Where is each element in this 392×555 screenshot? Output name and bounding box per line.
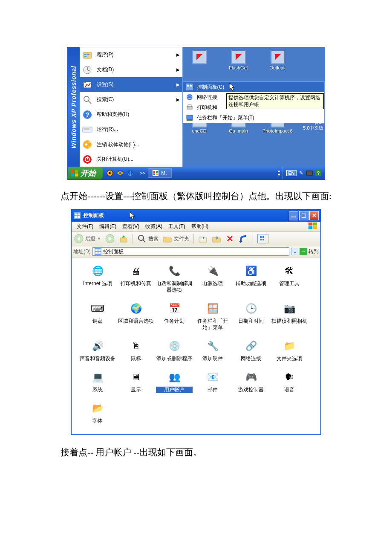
up-button[interactable] [119,234,128,243]
minimize-button[interactable] [289,211,298,220]
svg-rect-47 [156,171,158,173]
control-panel-item-icon: ♿ [243,263,259,279]
address-field[interactable]: 控制面板 [92,247,289,256]
svg-rect-2 [87,54,89,55]
control-panel-item[interactable]: 🗣语音 [271,370,308,393]
svg-rect-32 [187,115,193,119]
control-panel-item[interactable]: 🔗网络连接 [233,338,269,362]
close-button[interactable]: ✕ [309,211,319,220]
taskbar-scroll[interactable]: ▲▼ [275,169,282,177]
pen-icon[interactable]: ✎ [299,170,303,176]
control-panel-item[interactable]: 🔊声音和音频设备 [79,338,116,362]
quick-launch-chevron[interactable]: >> [138,171,148,176]
settings-submenu-label: 网络连接 [197,94,217,101]
control-panel-item[interactable]: 🌍区域和语言选项 [118,301,154,331]
control-panel-item-icon: 🖥 [128,370,144,385]
control-panel-item[interactable]: 🪟任务栏和「开始」菜单 [194,301,231,331]
menu-item[interactable]: 工具(T) [166,222,187,231]
keyboard-tray-icon[interactable] [306,171,313,176]
language-indicator[interactable]: EN [286,170,296,176]
control-panel-item[interactable]: 🎮游戏控制器 [233,370,269,393]
address-dropdown[interactable]: ⌄ [291,248,298,255]
maximize-button[interactable] [299,211,308,220]
control-panel-item[interactable]: 👥用户帐户 [156,370,193,393]
control-panel-item[interactable]: 📧邮件 [194,370,231,393]
ie-icon[interactable] [116,169,124,177]
control-panel-item-label: 电话和调制解调器选项 [156,280,193,293]
go-button[interactable]: → 转到 [300,248,319,255]
control-panel-item-icon: 📧 [205,370,220,385]
start-menu-item[interactable]: 搜索(C)▶ [80,92,182,107]
start-button[interactable]: 开始 [68,167,103,179]
svg-rect-55 [75,214,77,215]
control-panel-item-label: 声音和音频设备 [79,356,116,362]
settings-submenu-item[interactable]: 控制面板(C) [183,82,324,92]
svg-rect-57 [75,216,77,218]
control-panel-item-icon: 🖱 [128,338,144,354]
control-panel-item[interactable]: 💻系统 [79,370,116,393]
control-panel-body: 🌐Internet 选项🖨打印机和传真📞电话和调制解调器选项🔌电源选项♿辅助功能… [72,257,320,434]
start-menu-item[interactable]: 关闭计算机(U)... [80,152,182,167]
submenu-arrow-icon: ▶ [176,82,180,87]
start-menu-item[interactable]: 文档(D)▶ [80,62,182,77]
svg-text:⚓: ⚓ [127,170,133,176]
control-panel-item[interactable]: 📂字体 [79,401,116,424]
menu-item[interactable]: 编辑(E) [97,222,119,231]
control-panel-item[interactable]: 🔌电源选项 [194,263,231,293]
quick-launch: ⚓ [103,169,138,177]
anchor-icon[interactable]: ⚓ [127,169,134,177]
desktop-shortcut[interactable]: Outlook [262,50,294,70]
views-button[interactable] [257,234,268,243]
control-panel-item-label: 日期和时间 [233,318,269,324]
svg-point-28 [187,94,193,100]
run-icon [82,124,92,135]
control-panel-item[interactable]: 🔧添加硬件 [194,338,231,362]
media-player-icon[interactable] [106,169,114,177]
delete-icon[interactable]: ✕ [225,234,235,243]
start-menu-item[interactable]: ?帮助和支持(H) [80,107,182,122]
control-panel-item-icon: 📷 [282,301,297,316]
control-panel-item-icon: 🎮 [243,370,259,385]
back-button[interactable]: 后退 ▼ [74,234,101,243]
svg-rect-78 [98,249,101,251]
start-menu-item[interactable]: 程序(P)▶ [80,47,182,62]
menu-item[interactable]: 查看(V) [120,222,142,231]
control-panel-item[interactable]: ♿辅助功能选项 [233,263,269,293]
taskbar-app-button[interactable]: M. [148,168,171,178]
start-menu-item[interactable]: 运行(R)... [80,122,182,137]
chevron-down-icon: ▼ [97,237,101,241]
window-titlebar[interactable]: 控制面板 ✕ [72,210,320,222]
search-button[interactable]: 搜索 [137,234,159,243]
help-tray-icon[interactable]: ? [315,170,321,176]
control-panel-item[interactable]: 🛠管理工具 [271,263,308,293]
control-panel-item[interactable]: 💿添加或删除程序 [156,338,193,362]
control-panel-item[interactable]: 🖥显示 [118,370,154,393]
desktop-shortcut[interactable]: FlashGet [223,50,254,70]
start-menu-item[interactable]: 设置(S)▶ [80,77,182,92]
pact-label: pact 5.0中文版 [303,120,323,131]
control-panel-item[interactable]: 📞电话和调制解调器选项 [156,263,193,293]
svg-marker-71 [239,241,242,243]
desktop-shortcut[interactable] [184,50,215,70]
copy-to-icon[interactable] [212,234,221,243]
control-panel-item[interactable]: 🖨打印机和传真 [118,263,154,293]
control-panel-item[interactable]: 📅任务计划 [156,301,193,331]
menu-item[interactable]: 收藏(A) [143,222,165,231]
go-label: 转到 [308,248,319,255]
control-panel-item[interactable]: 🌐Internet 选项 [79,263,116,293]
control-panel-item[interactable]: ⌨键盘 [79,301,116,331]
control-panel-item[interactable]: 🕒日期和时间 [233,301,269,331]
control-panel-item[interactable]: 📁文件夹选项 [271,338,308,362]
forward-button[interactable] [105,234,115,243]
control-panel-item-icon: 🪟 [205,301,220,316]
menu-item[interactable]: 文件(F) [74,222,96,231]
undo-icon[interactable] [239,234,248,243]
folders-icon [163,234,172,243]
toolbar: 后退 ▼ 搜索 文件夹 ✕ [72,232,320,246]
move-to-icon[interactable] [198,234,208,243]
menu-item[interactable]: 帮助(H) [189,222,211,231]
folders-button[interactable]: 文件夹 [163,234,189,243]
control-panel-item[interactable]: 📷扫描仪和照相机 [271,301,308,331]
start-menu-item[interactable]: 注销 软体动物(L)... [80,137,182,152]
control-panel-item[interactable]: 🖱鼠标 [118,338,154,362]
